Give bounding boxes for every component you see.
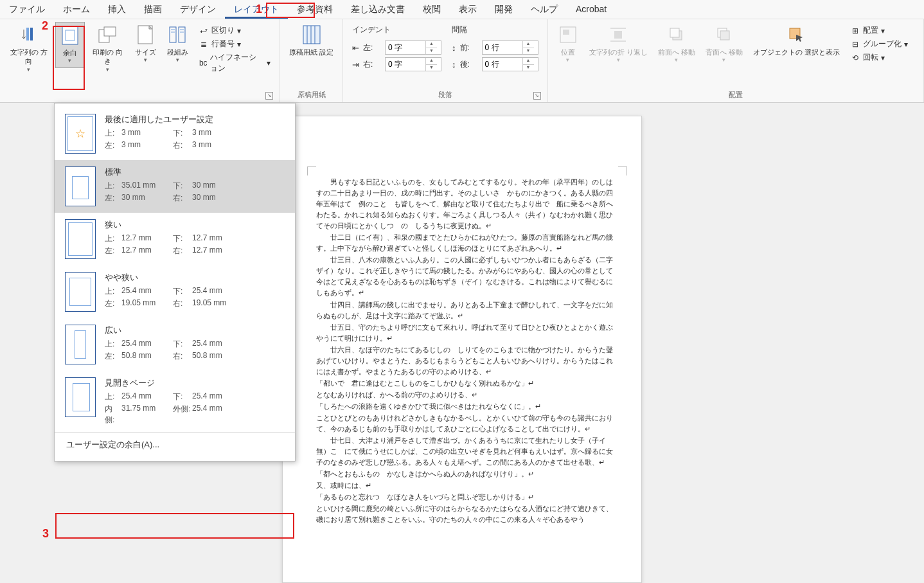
size-label: サイズ — [135, 48, 156, 57]
menu-tab-挿入[interactable]: 挿入 — [99, 0, 135, 19]
send-backward-icon — [714, 24, 734, 45]
selection-pane-button[interactable]: オブジェクトの 選択と表示 — [749, 22, 844, 59]
manuscript-label: 原稿用紙 設定 — [289, 48, 333, 57]
position-icon — [558, 24, 578, 45]
indent-left-label: 左: — [363, 42, 381, 53]
menu-tab-差し込み文書[interactable]: 差し込み文書 — [342, 0, 414, 19]
menu-tab-表示[interactable]: 表示 — [450, 0, 486, 19]
svg-rect-1 — [26, 28, 29, 40]
group-label-page-setup: ↘ — [5, 100, 274, 101]
svg-rect-18 — [563, 30, 569, 35]
menu-tab-デザイン[interactable]: デザイン — [171, 0, 225, 19]
text-direction-label: 文字列の 方向 — [9, 48, 49, 66]
breaks-icon: ⮐ — [199, 26, 209, 36]
align-icon: ⊞ — [850, 26, 860, 36]
menu-tab-Acrobat[interactable]: Acrobat — [567, 0, 616, 19]
svg-rect-13 — [303, 26, 320, 44]
orientation-label: 印刷の 向き — [91, 48, 125, 66]
align-button[interactable]: ⊞配置 ▾ — [849, 24, 909, 37]
page-setup-small: ⮐区切り ▾ ≣行番号 ▾ bcハイフネーション ▾ — [195, 22, 274, 77]
line-numbers-button[interactable]: ≣行番号 ▾ — [197, 38, 272, 50]
space-after-label: 後: — [460, 59, 478, 70]
size-button[interactable]: サイズ▾ — [130, 22, 160, 67]
breaks-button[interactable]: ⮐区切り ▾ — [197, 24, 272, 37]
bring-forward-button[interactable]: 前面へ 移動▾ — [654, 22, 699, 67]
wrap-icon — [608, 24, 628, 45]
margins-label: 余白 — [63, 48, 77, 57]
line-numbers-icon: ≣ — [199, 39, 209, 49]
group-label-manuscript: 原稿用紙 — [285, 90, 337, 101]
indent-left-input[interactable]: ▲▼ — [385, 40, 441, 55]
columns-button[interactable]: 段組み▾ — [163, 22, 192, 67]
callout-2: 2 — [42, 19, 48, 33]
group-arrange: 位置▾ 文字列の折 り返し▾ 前面へ 移動▾ 背面へ 移動▾ オブジェクトの 選… — [548, 19, 924, 102]
callout-1: 1 — [256, 3, 262, 16]
spacing-header: 間隔 — [452, 24, 467, 35]
indent-header: インデント — [352, 24, 391, 35]
menu-tab-参考資料[interactable]: 参考資料 — [288, 0, 342, 19]
hyphenation-icon: bc — [199, 58, 208, 68]
margins-button[interactable]: 余白▾ — [55, 22, 85, 68]
menu-bar: ファイルホーム挿入描画デザインレイアウト参考資料差し込み文書校閲表示開発ヘルプA… — [0, 0, 924, 19]
manuscript-icon — [301, 24, 322, 45]
orientation-icon — [97, 24, 118, 45]
group-manuscript: 原稿用紙 設定 原稿用紙 — [280, 19, 343, 102]
hyphenation-button[interactable]: bcハイフネーション ▾ — [197, 51, 272, 75]
menu-tab-校閲[interactable]: 校閲 — [414, 0, 450, 19]
space-after-icon: ↕ — [452, 60, 456, 69]
space-after-input[interactable]: ▲▼ — [482, 57, 538, 71]
svg-rect-2 — [62, 26, 78, 44]
text-direction-icon — [19, 24, 39, 45]
menu-tab-開発[interactable]: 開発 — [486, 0, 522, 19]
page-setup-launcher[interactable]: ↘ — [265, 92, 273, 100]
space-before-input[interactable]: ▲▼ — [482, 40, 538, 55]
rotate-icon: ⟲ — [850, 53, 860, 63]
columns-icon — [167, 24, 188, 45]
group-button[interactable]: ⊟グループ化 ▾ — [849, 38, 909, 50]
indent-right-icon: ⇥ — [352, 60, 359, 69]
indent-left-icon: ⇤ — [352, 43, 359, 53]
svg-rect-25 — [720, 31, 729, 40]
position-button[interactable]: 位置▾ — [553, 22, 583, 67]
group-icon: ⊟ — [850, 39, 860, 49]
group-paragraph: インデント ⇤ 左: ▲▼ ⇥ 右: ▲▼ 間隔 ↕ 前: ▲▼ — [343, 19, 548, 102]
columns-label: 段組み — [167, 48, 188, 57]
ribbon: 文字列の 方向▾ 余白▾ 印刷の 向き▾ サイズ▾ 段組み▾ ⮐区切り ▾ ≣行… — [0, 19, 924, 103]
space-before-label: 前: — [460, 42, 478, 53]
indent-right-label: 右: — [363, 59, 381, 70]
svg-rect-23 — [670, 28, 679, 37]
paragraph-launcher[interactable]: ↘ — [533, 92, 541, 100]
group-label-arrange: 配置 — [553, 90, 918, 101]
menu-tab-ホーム[interactable]: ホーム — [54, 0, 99, 19]
menu-tab-ファイル[interactable]: ファイル — [0, 0, 54, 19]
orientation-button[interactable]: 印刷の 向き▾ — [87, 22, 129, 76]
bring-forward-icon — [666, 24, 687, 45]
svg-rect-0 — [30, 28, 33, 40]
wrap-button[interactable]: 文字列の折 り返し▾ — [585, 22, 652, 67]
send-backward-button[interactable]: 背面へ 移動▾ — [702, 22, 747, 67]
rotate-button[interactable]: ⟲回転 ▾ — [849, 51, 909, 64]
selection-pane-icon — [786, 24, 806, 45]
margins-icon — [60, 25, 80, 46]
manuscript-button[interactable]: 原稿用紙 設定 — [285, 22, 337, 59]
group-label-paragraph: 段落↘ — [348, 90, 542, 101]
indent-right-input[interactable]: ▲▼ — [385, 57, 441, 71]
size-icon — [135, 24, 155, 45]
space-before-icon: ↕ — [452, 43, 456, 53]
menu-tab-描画[interactable]: 描画 — [135, 0, 171, 19]
svg-rect-5 — [104, 27, 116, 36]
svg-rect-19 — [614, 31, 622, 39]
menu-tab-ヘルプ[interactable]: ヘルプ — [522, 0, 567, 19]
